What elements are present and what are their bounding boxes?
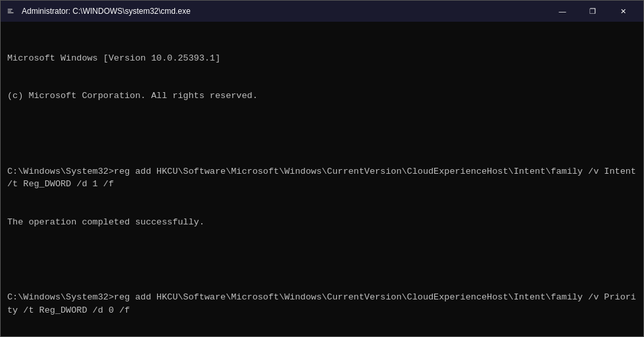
console-line: (c) Microsoft Corporation. All rights re… — [7, 90, 637, 103]
window-title: Administrator: C:\WINDOWS\system32\cmd.e… — [22, 7, 547, 16]
cmd-icon — [6, 6, 16, 16]
window-controls: — ❐ ✕ — [547, 1, 638, 22]
cmd-window: Administrator: C:\WINDOWS\system32\cmd.e… — [0, 0, 644, 337]
minimize-button[interactable]: — — [547, 1, 578, 22]
close-button[interactable]: ✕ — [608, 1, 638, 22]
svg-rect-2 — [8, 11, 11, 11]
maximize-button[interactable]: ❐ — [578, 1, 608, 22]
console-line-blank — [7, 127, 637, 140]
svg-rect-1 — [8, 9, 12, 10]
titlebar: Administrator: C:\WINDOWS\system32\cmd.e… — [1, 1, 643, 22]
console-output[interactable]: Microsoft Windows [Version 10.0.25393.1]… — [1, 22, 643, 336]
console-line: The operation completed successfully. — [7, 216, 637, 229]
console-line: C:\Windows\System32>reg add HKCU\Softwar… — [7, 291, 637, 317]
svg-rect-3 — [8, 13, 14, 13]
console-line: C:\Windows\System32>reg add HKCU\Softwar… — [7, 165, 637, 191]
console-line-blank — [7, 253, 637, 267]
console-line: Microsoft Windows [Version 10.0.25393.1] — [7, 52, 637, 65]
